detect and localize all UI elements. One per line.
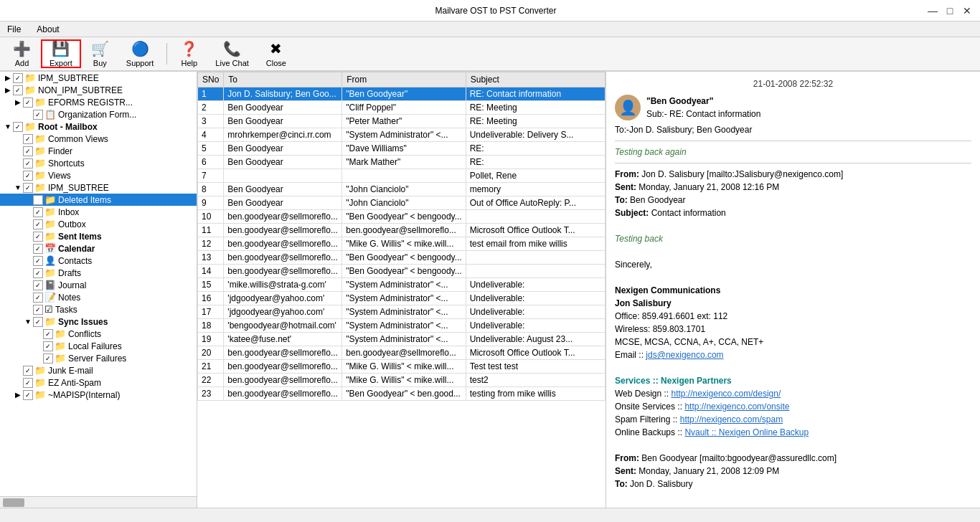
sidebar-item-15[interactable]: ✓👤Contacts (0, 255, 197, 267)
tree-checkbox-15[interactable]: ✓ (33, 256, 43, 266)
sidebar-item-5[interactable]: ✓📁Common Views (0, 133, 197, 145)
preview-spam-url[interactable]: http://nexigenco.com/spam (680, 414, 783, 424)
tree-checkbox-26[interactable]: ✓ (23, 390, 33, 400)
tree-checkbox-23[interactable]: ✓ (43, 353, 53, 364)
table-row[interactable]: 7 Pollet, Rene (198, 169, 606, 183)
sidebar-item-21[interactable]: ✓📁Conflicts (0, 328, 197, 340)
tree-checkbox-14[interactable]: ✓ (33, 244, 43, 254)
menu-file[interactable]: File (3, 23, 25, 36)
tree-checkbox-19[interactable]: ✓ (33, 305, 43, 315)
table-row[interactable]: 22 ben.goodyear@sellmoreflo... "Mike G. … (198, 374, 606, 387)
tree-checkbox-0[interactable]: ✓ (13, 73, 23, 83)
preview-sig-email-link[interactable]: jds@nexigenco.com (646, 350, 723, 360)
table-row[interactable]: 14 ben.goodyear@sellmoreflo... "Ben Good… (198, 265, 606, 278)
sidebar-item-1[interactable]: ▶✓📁NON_IPM_SUBTREE (0, 84, 197, 96)
sidebar-item-18[interactable]: ✓📝Notes (0, 291, 197, 303)
tree-checkbox-20[interactable]: ✓ (33, 317, 43, 327)
table-row[interactable]: 15 'mike.willis@strata-g.com' "System Ad… (198, 278, 606, 292)
sidebar-item-11[interactable]: ✓📁Inbox (0, 206, 197, 218)
table-row[interactable]: 16 'jdgoodyear@yahoo.com' "System Admini… (198, 292, 606, 305)
tree-checkbox-7[interactable]: ✓ (23, 158, 33, 169)
table-row[interactable]: 21 ben.goodyear@sellmoreflo... "Mike G. … (198, 360, 606, 374)
table-row[interactable]: 8 Ben Goodyear "John Cianciolo" memory (198, 183, 606, 196)
table-row[interactable]: 11 ben.goodyear@sellmoreflo... ben.goody… (198, 224, 606, 237)
sidebar-item-2[interactable]: ▶✓📁EFORMS REGISTR... (0, 96, 197, 108)
table-row[interactable]: 1 Jon D. Salisbury; Ben Goo... "Ben Good… (198, 87, 606, 101)
tree-toggle-2[interactable]: ▶ (13, 98, 23, 106)
table-row[interactable]: 13 ben.goodyear@sellmoreflo... "Ben Good… (198, 251, 606, 265)
table-row[interactable]: 2 Ben Goodyear "Cliff Poppel" RE: Meetin… (198, 101, 606, 115)
sidebar-item-14[interactable]: ✓📅Calendar (0, 242, 197, 255)
tree-checkbox-25[interactable]: ✓ (23, 378, 33, 388)
table-row[interactable]: 3 Ben Goodyear "Peter Mather" RE: Meetin… (198, 115, 606, 128)
tree-checkbox-1[interactable]: ✓ (13, 85, 23, 95)
preview-web-url[interactable]: http://nexigenco.com/design/ (672, 389, 781, 399)
preview-backup-link[interactable]: Nvault :: Nexigen Online Backup (684, 427, 809, 437)
tree-toggle-1[interactable]: ▶ (3, 86, 13, 94)
sidebar-item-8[interactable]: ✓📁Views (0, 169, 197, 181)
tree-checkbox-3[interactable]: ✓ (33, 110, 43, 120)
tree-toggle-4[interactable]: ▼ (3, 123, 13, 130)
table-row[interactable]: 18 'bengoodyear@hotmail.com' "System Adm… (198, 319, 606, 333)
table-row[interactable]: 5 Ben Goodyear "Dave Williams" RE: (198, 142, 606, 156)
table-row[interactable]: 20 ben.goodyear@sellmoreflo... ben.goody… (198, 346, 606, 360)
sidebar-item-12[interactable]: ✓📁Outbox (0, 218, 197, 230)
preview-onsite-url[interactable]: http://nexigenco.com/onsite (684, 402, 789, 412)
sidebar-item-19[interactable]: ✓☑Tasks (0, 303, 197, 315)
sidebar-item-3[interactable]: ✓📋Organization Form... (0, 108, 197, 120)
tree-checkbox-17[interactable]: ✓ (33, 280, 43, 290)
table-row[interactable]: 9 Ben Goodyear "John Cianciolo" Out of O… (198, 196, 606, 210)
tree-toggle-9[interactable]: ▼ (13, 184, 23, 191)
tree-checkbox-13[interactable]: ✓ (33, 232, 43, 242)
sidebar-item-23[interactable]: ✓📁Server Failures (0, 352, 197, 364)
tree-checkbox-4[interactable]: ✓ (13, 122, 23, 132)
sidebar-item-16[interactable]: ✓📁Drafts (0, 267, 197, 279)
sidebar-item-17[interactable]: ✓📓Journal (0, 279, 197, 291)
email-list-scroll[interactable]: SNo To From Subject 1 Jon D. Salisbury; … (197, 72, 606, 508)
window-controls[interactable]: — □ ✕ (927, 5, 973, 16)
sidebar-item-25[interactable]: ✓📁EZ Anti-Spam (0, 376, 197, 389)
tree-checkbox-18[interactable]: ✓ (33, 293, 43, 303)
tree-checkbox-2[interactable]: ✓ (23, 98, 33, 108)
tree-checkbox-8[interactable]: ✓ (23, 171, 33, 181)
tree-checkbox-12[interactable]: ✓ (33, 219, 43, 229)
sidebar-item-20[interactable]: ▼✓📁Sync Issues (0, 315, 197, 328)
tree-checkbox-22[interactable]: ✓ (43, 341, 53, 351)
support-button[interactable]: 🔵 Support (119, 39, 161, 68)
tree-checkbox-21[interactable]: ✓ (43, 329, 53, 339)
maximize-button[interactable]: □ (944, 5, 956, 16)
sidebar-item-24[interactable]: ✓📁Junk E-mail (0, 364, 197, 376)
help-button[interactable]: ❓ Help (173, 39, 205, 68)
tree-toggle-0[interactable]: ▶ (3, 74, 13, 82)
menu-about[interactable]: About (32, 23, 63, 36)
sidebar-item-10[interactable]: ✓📁Deleted Items (0, 194, 197, 206)
minimize-button[interactable]: — (927, 5, 938, 16)
tree-checkbox-10[interactable]: ✓ (33, 195, 43, 205)
tree-checkbox-5[interactable]: ✓ (23, 134, 33, 144)
table-row[interactable]: 12 ben.goodyear@sellmoreflo... "Mike G. … (198, 237, 606, 251)
tree-checkbox-24[interactable]: ✓ (23, 366, 33, 376)
sidebar-item-9[interactable]: ▼✓📁IPM_SUBTREE (0, 181, 197, 194)
sidebar-item-22[interactable]: ✓📁Local Failures (0, 340, 197, 352)
tree-toggle-20[interactable]: ▼ (23, 318, 33, 326)
tree-checkbox-11[interactable]: ✓ (33, 207, 43, 217)
sidebar-item-13[interactable]: ✓📁Sent Items (0, 230, 197, 242)
sidebar-item-4[interactable]: ▼✓📁Root - Mailbox (0, 120, 197, 133)
sidebar-item-7[interactable]: ✓📁Shortcuts (0, 157, 197, 169)
export-button[interactable]: 💾 Export (41, 39, 81, 68)
buy-button[interactable]: 🛒 Buy (84, 39, 116, 68)
tree-checkbox-16[interactable]: ✓ (33, 268, 43, 278)
livechat-button[interactable]: 📞 Live Chat (208, 39, 255, 68)
sidebar-item-6[interactable]: ✓📁Finder (0, 145, 197, 157)
table-row[interactable]: 10 ben.goodyear@sellmoreflo... "Ben Good… (198, 210, 606, 224)
table-row[interactable]: 4 mrohrkemper@cinci.rr.com "System Admin… (198, 128, 606, 142)
tree-toggle-26[interactable]: ▶ (13, 391, 23, 399)
sidebar-item-26[interactable]: ▶✓📁~MAPISP(Internal) (0, 389, 197, 401)
tree-checkbox-9[interactable]: ✓ (23, 183, 33, 193)
close-window-button[interactable]: ✕ (961, 5, 973, 16)
sidebar-item-0[interactable]: ▶✓📁IPM_SUBTREE (0, 72, 197, 84)
close-tool-button[interactable]: ✖ Close (259, 39, 293, 68)
table-row[interactable]: 23 ben.goodyear@sellmoreflo... "Ben Good… (198, 387, 606, 401)
tree-checkbox-6[interactable]: ✓ (23, 146, 33, 156)
table-row[interactable]: 6 Ben Goodyear "Mark Mather" RE: (198, 156, 606, 169)
